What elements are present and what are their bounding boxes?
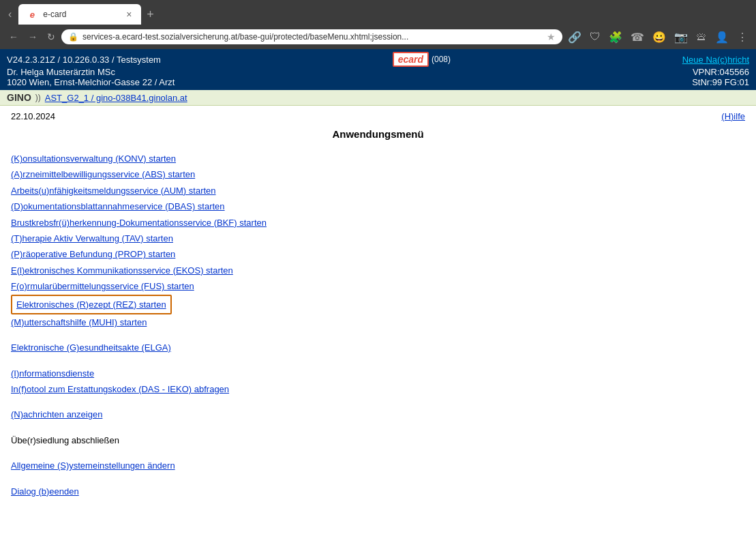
- forward-button[interactable]: →: [25, 30, 41, 44]
- systemeinstellungen-section: Allgemeine (S)ystemeinstellungen ändern: [11, 458, 745, 473]
- menu-link-bkf[interactable]: Brustkrebsfr(ü)herkennung-Dokumentations…: [11, 215, 745, 231]
- info-link-ieko[interactable]: In(f)otool zum Erstattungskodex (DAS - I…: [11, 381, 745, 397]
- menu-link-ekos[interactable]: E(l)ektronisches Kommunikationsservice (…: [11, 263, 745, 278]
- elga-section: Elektronische (G)esundheitsakte (ELGA): [11, 340, 745, 355]
- hilfe-link[interactable]: (H)ilfe: [721, 111, 745, 121]
- page-title: Anwendungsmenü: [11, 128, 745, 140]
- menu-link-muhi[interactable]: (M)utterschaftshilfe (MUHI) starten: [11, 314, 745, 330]
- address-input[interactable]: [82, 32, 543, 42]
- dialog-section: Dialog (b)eenden: [11, 484, 745, 499]
- ecard-logo-area: ecard (008): [393, 52, 451, 67]
- gino-path-link[interactable]: AST_G2_1 / gino-038B41.ginolan.at: [45, 93, 187, 103]
- menu-icon[interactable]: ⋮: [734, 29, 751, 45]
- ecard-badge: (008): [432, 55, 451, 64]
- menu-link-fus[interactable]: F(o)rmularübermittelungsservice (FUS) st…: [11, 278, 745, 294]
- close-tab-button[interactable]: ×: [125, 9, 133, 20]
- menu-link-konv[interactable]: (K)onsultationsverwaltung (KONV) starten: [11, 151, 745, 166]
- bookmark-icon[interactable]: ★: [547, 31, 556, 42]
- doctor-name: Dr. Helga Musterärztin MSc: [7, 67, 115, 77]
- stnr-text: StNr:99 FG:01: [692, 77, 749, 87]
- ecard-logo: ecard: [393, 52, 429, 67]
- gino-sound-icon: )): [35, 93, 41, 102]
- uebersiedlung-text: Übe(r)siedlung abschließen: [11, 435, 119, 445]
- profile-icon[interactable]: 👤: [712, 29, 731, 45]
- dialog-link[interactable]: Dialog (b)eenden: [11, 484, 745, 499]
- date-text: 22.10.2024: [11, 111, 55, 121]
- menu-link-prop[interactable]: (P)räoperative Befundung (PROP) starten: [11, 246, 745, 262]
- browser-tab[interactable]: e e-card ×: [18, 4, 141, 25]
- bag-icon[interactable]: 🛎: [693, 29, 710, 44]
- nachrichten-link[interactable]: (N)achrichten anzeigen: [11, 407, 745, 422]
- systemeinstellungen-link[interactable]: Allgemeine (S)ystemeinstellungen ändern: [11, 458, 745, 473]
- neue-nachricht-link[interactable]: Neue Na(c)hricht: [682, 55, 749, 65]
- tab-back-button[interactable]: ‹: [4, 7, 16, 22]
- menu-link-dbas[interactable]: (D)okumentationsblattannahmeservice (DBA…: [11, 198, 745, 214]
- date-hilfe-row: 22.10.2024 (H)ilfe: [11, 111, 745, 121]
- reload-button[interactable]: ↻: [44, 30, 59, 44]
- tab-title: e-card: [43, 10, 119, 19]
- shield-icon[interactable]: 🛡: [587, 29, 603, 44]
- face-icon[interactable]: 😀: [650, 29, 669, 45]
- tab-favicon: e: [27, 9, 37, 20]
- nachrichten-section: (N)achrichten anzeigen: [11, 407, 745, 422]
- vpnr-text: VPNR:045566: [693, 67, 749, 77]
- gino-logo: GINO: [7, 92, 31, 103]
- menu-link-tav[interactable]: (T)herapie Aktiv Verwaltung (TAV) starte…: [11, 231, 745, 246]
- back-button[interactable]: ←: [5, 30, 22, 44]
- info-link-info[interactable]: (I)nformationsdienste: [11, 366, 745, 381]
- main-menu-section: (K)onsultationsverwaltung (KONV) starten…: [11, 151, 745, 330]
- gino-bar: GINO )) AST_G2_1 / gino-038B41.ginolan.a…: [0, 90, 756, 106]
- puzzle-icon[interactable]: 🧩: [606, 29, 625, 45]
- elga-link[interactable]: Elektronische (G)esundheitsakte (ELGA): [11, 340, 745, 355]
- camera-icon[interactable]: 📷: [671, 29, 691, 45]
- uebersiedlung-section: Übe(r)siedlung abschließen: [11, 432, 745, 448]
- doctor-address: 1020 Wien, Ernst-Melchior-Gasse 22 / Arz…: [7, 77, 175, 87]
- address-bar-wrap: 🔒 ★: [61, 29, 562, 44]
- menu-link-aum[interactable]: Arbeits(u)nfähigkeitsmeldungsservice (AU…: [11, 183, 745, 198]
- version-text: V24.2.3.21Z / 10.226.0.33 / Testsystem: [7, 55, 161, 65]
- menu-link-rez[interactable]: Elektronisches (R)ezept (REZ) starten: [11, 295, 172, 314]
- lock-icon: 🔒: [68, 32, 78, 42]
- extensions-icon[interactable]: 🔗: [565, 29, 584, 45]
- new-tab-button[interactable]: +: [141, 6, 160, 23]
- browser-toolbar: 🔗 🛡 🧩 ☎ 😀 📷 🛎 👤 ⋮: [565, 29, 751, 45]
- info-section: (I)nformationsdiensteIn(f)otool zum Erst…: [11, 366, 745, 398]
- menu-link-abs[interactable]: (A)rzneimittelbewilligungsservice (ABS) …: [11, 166, 745, 182]
- phone-icon[interactable]: ☎: [628, 29, 647, 45]
